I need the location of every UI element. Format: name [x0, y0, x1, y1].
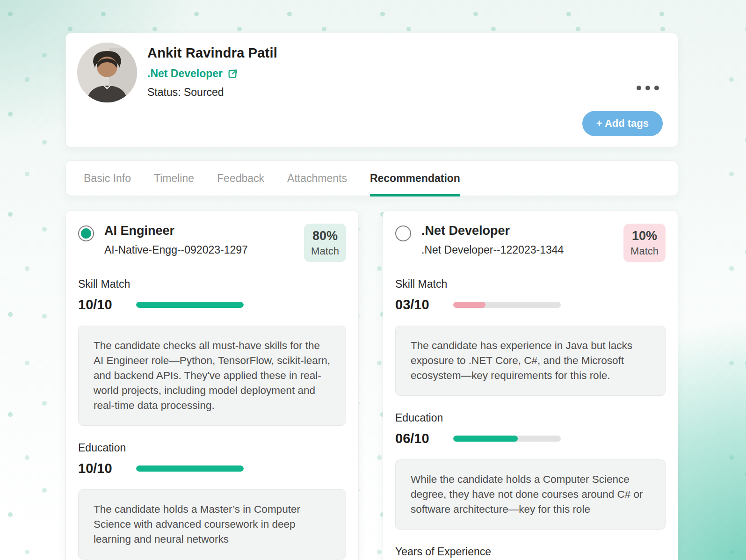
skill-score: 03/10: [395, 297, 453, 313]
match-label: Match: [630, 245, 659, 257]
tab-recommendation[interactable]: Recommendation: [370, 161, 460, 196]
job-radio-unselected[interactable]: [395, 225, 411, 241]
skill-progress-fill: [453, 302, 485, 308]
tab-feedback[interactable]: Feedback: [217, 161, 264, 196]
skill-progress-bar: [453, 302, 561, 308]
education-note: While the candidate holds a Computer Sci…: [395, 459, 666, 530]
tab-basic-info[interactable]: Basic Info: [84, 161, 131, 196]
job-title: AI Engineer: [104, 224, 304, 238]
candidate-profile-page: Ankit Ravindra Patil .Net Developer Stat…: [0, 0, 746, 560]
section-label-education: Education: [78, 442, 346, 454]
profile-header-card: Ankit Ravindra Patil .Net Developer Stat…: [65, 33, 678, 147]
candidate-role-link[interactable]: .Net Developer: [147, 67, 277, 80]
job-radio-selected[interactable]: [78, 225, 94, 241]
add-tags-button[interactable]: + Add tags: [582, 111, 663, 136]
section-label-education: Education: [395, 412, 666, 424]
more-options-icon[interactable]: [634, 83, 662, 93]
tab-timeline[interactable]: Timeline: [154, 161, 194, 196]
candidate-avatar: [77, 43, 137, 102]
profile-tabbar: Basic Info Timeline Feedback Attachments…: [65, 160, 678, 196]
skill-progress-fill: [136, 302, 244, 308]
education-score: 06/10: [395, 431, 453, 446]
job-requisition-id: AI-Native-Engg--092023-1297: [104, 244, 304, 256]
skill-progress-bar: [136, 302, 244, 308]
skill-match-note: The candidate has experience in Java but…: [395, 326, 666, 396]
match-badge: 10% Match: [623, 224, 666, 262]
candidate-status: Status: Sourced: [147, 86, 277, 99]
recommendations-row: AI Engineer AI-Native-Engg--092023-1297 …: [65, 210, 681, 560]
recommendation-card-net-developer: .Net Developer .Net Developer--122023-13…: [383, 210, 678, 560]
external-link-icon: [227, 69, 238, 79]
match-badge: 80% Match: [304, 224, 346, 262]
section-label-years-of-experience: Years of Experience: [395, 545, 666, 558]
education-progress-bar: [136, 465, 244, 472]
active-tab-underline: [370, 194, 460, 196]
candidate-name: Ankit Ravindra Patil: [147, 45, 277, 61]
candidate-photo: [77, 43, 137, 102]
tab-attachments[interactable]: Attachments: [287, 161, 347, 196]
role-link-label: .Net Developer: [147, 67, 223, 80]
skill-match-note: The candidate checks all must-have skill…: [78, 326, 346, 426]
education-progress-fill: [453, 436, 518, 442]
education-progress-fill: [136, 465, 244, 472]
education-progress-bar: [453, 436, 561, 442]
section-label-skill-match: Skill Match: [78, 278, 346, 291]
section-label-skill-match: Skill Match: [395, 278, 666, 291]
education-score: 10/10: [78, 461, 136, 476]
job-title: .Net Developer: [421, 224, 623, 238]
recommendation-card-ai-engineer: AI Engineer AI-Native-Engg--092023-1297 …: [65, 210, 359, 560]
job-requisition-id: .Net Developer--122023-1344: [421, 244, 623, 256]
skill-score: 10/10: [78, 297, 136, 313]
education-note: The candidate holds a Master’s in Comput…: [78, 489, 346, 560]
match-percent: 80%: [311, 229, 339, 243]
match-percent: 10%: [630, 229, 659, 243]
match-label: Match: [311, 245, 339, 257]
